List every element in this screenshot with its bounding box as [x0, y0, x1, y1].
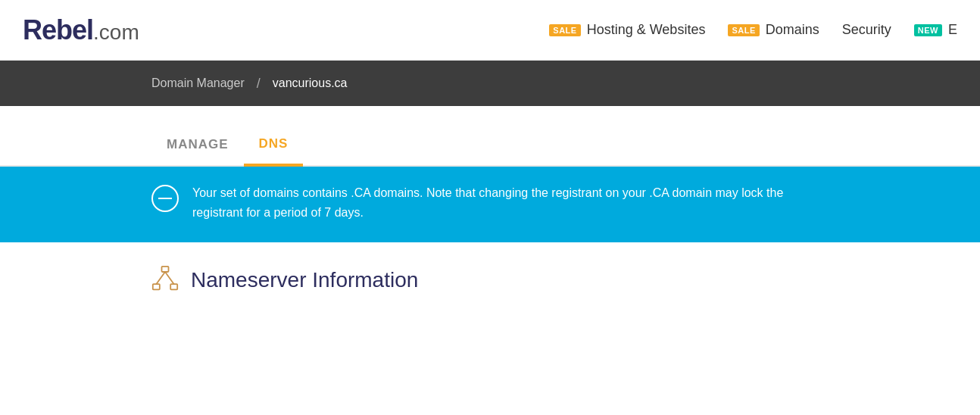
sale-badge-domains: SALE	[728, 24, 759, 36]
breadcrumb-bar: Domain Manager / vancurious.ca	[0, 61, 980, 106]
breadcrumb-current: vancurious.ca	[273, 76, 348, 90]
new-badge: NEW	[914, 24, 942, 36]
breadcrumb-parent[interactable]: Domain Manager	[151, 76, 245, 90]
sale-badge-hosting: SALE	[549, 24, 580, 36]
site-header: Rebel .com SALE Hosting & Websites SALE …	[0, 0, 980, 61]
nameserver-section: Nameserver Information	[0, 242, 980, 318]
nav-item-domains[interactable]: SALE Domains	[728, 22, 819, 38]
logo-brand: Rebel	[23, 14, 93, 46]
breadcrumb-separator: /	[257, 76, 261, 92]
site-logo[interactable]: Rebel .com	[23, 14, 139, 46]
tab-dns[interactable]: DNS	[244, 136, 304, 167]
network-icon	[151, 265, 179, 295]
info-icon	[151, 185, 179, 212]
info-banner: Your set of domains contains .CA domains…	[0, 167, 980, 242]
svg-rect-2	[170, 284, 177, 289]
nav-label-new: E	[948, 22, 957, 38]
svg-rect-1	[153, 284, 160, 289]
main-nav: SALE Hosting & Websites SALE Domains Sec…	[549, 22, 957, 38]
tabs-container: MANAGE DNS	[0, 106, 980, 167]
info-banner-text: Your set of domains contains .CA domains…	[192, 183, 829, 222]
nav-label-hosting: Hosting & Websites	[587, 22, 706, 38]
nav-item-new[interactable]: NEW E	[914, 22, 957, 38]
logo-tld: .com	[93, 20, 139, 45]
nav-label-security: Security	[842, 22, 891, 38]
svg-line-4	[165, 272, 174, 284]
tab-manage[interactable]: MANAGE	[151, 137, 244, 167]
svg-rect-0	[162, 267, 169, 272]
nameserver-title: Nameserver Information	[191, 268, 418, 292]
minus-icon	[158, 198, 172, 200]
nav-item-security[interactable]: Security	[842, 22, 891, 38]
nav-item-hosting[interactable]: SALE Hosting & Websites	[549, 22, 705, 38]
svg-line-3	[156, 272, 165, 284]
nav-label-domains: Domains	[766, 22, 819, 38]
